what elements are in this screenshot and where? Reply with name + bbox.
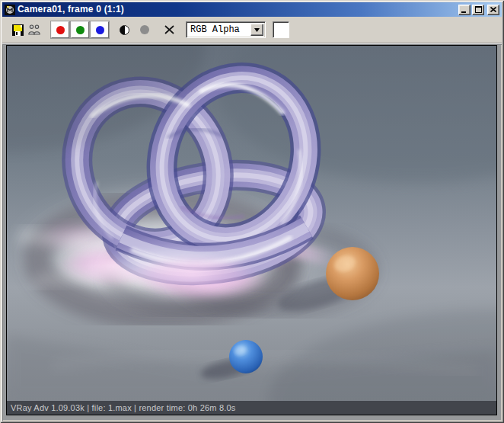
titlebar[interactable]: Camera01, frame 0 (1:1) <box>2 2 502 17</box>
floppy-disk-icon <box>11 24 24 37</box>
alpha-channel-button[interactable] <box>136 21 153 38</box>
channel-select-dropdown[interactable]: RGB Alpha <box>186 21 266 38</box>
save-image-button[interactable] <box>9 21 26 38</box>
minimize-button[interactable] <box>458 5 471 15</box>
alpha-dot-icon <box>140 25 149 34</box>
close-button[interactable] <box>487 5 499 15</box>
vray-frame-buffer-window: Camera01, frame 0 (1:1) <box>0 0 504 423</box>
app-icon <box>5 5 15 15</box>
status-bar: VRay Adv 1.09.03k | file: 1.max | render… <box>7 401 496 415</box>
client-area: VRay Adv 1.09.03k | file: 1.max | render… <box>2 44 502 421</box>
green-channel-button[interactable] <box>71 21 89 38</box>
chevron-down-icon <box>254 28 260 32</box>
channel-toggles <box>51 21 109 38</box>
window-controls <box>458 5 500 15</box>
green-channel-icon <box>76 26 85 34</box>
minimize-icon <box>461 7 467 13</box>
clear-image-button[interactable] <box>161 21 177 38</box>
blue-channel-icon <box>96 26 104 34</box>
color-swatch[interactable] <box>273 21 289 38</box>
blue-channel-button[interactable] <box>91 21 109 38</box>
close-icon <box>490 7 496 12</box>
maximize-button[interactable] <box>472 5 484 15</box>
window-title: Camera01, frame 0 (1:1) <box>18 4 124 15</box>
toolbar: RGB Alpha <box>2 17 502 43</box>
two-figures-icon <box>27 24 41 35</box>
render-canvas: VRay Adv 1.09.03k | file: 1.max | render… <box>6 45 497 415</box>
x-icon <box>164 25 174 34</box>
channel-select-value: RGB Alpha <box>190 24 240 35</box>
red-channel-icon <box>56 26 65 34</box>
duplicate-buffer-button[interactable] <box>26 21 43 38</box>
monochrome-button[interactable] <box>116 21 132 38</box>
red-channel-button[interactable] <box>51 21 69 38</box>
maximize-icon <box>475 6 482 13</box>
status-text: VRay Adv 1.09.03k | file: 1.max | render… <box>11 403 236 412</box>
dropdown-arrow-button[interactable] <box>250 24 263 36</box>
half-circle-icon <box>120 25 129 35</box>
render-image <box>7 46 496 401</box>
